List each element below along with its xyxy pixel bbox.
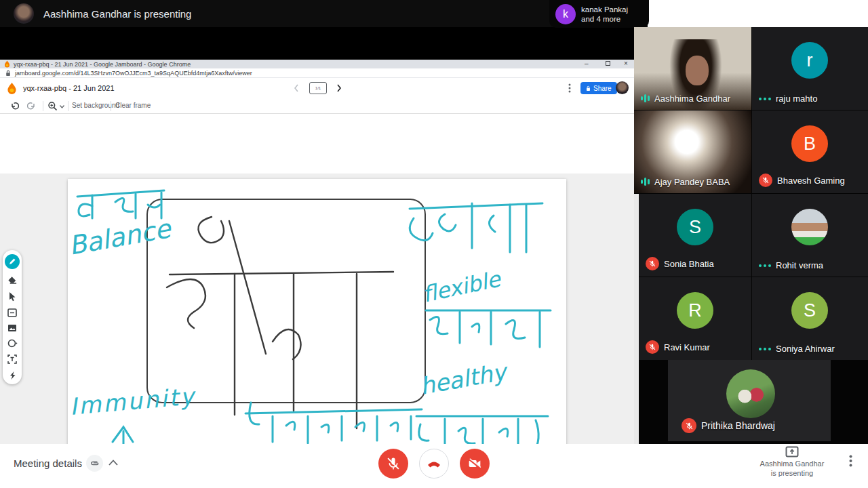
redo-icon[interactable] — [27, 102, 37, 110]
avatar-photo — [791, 209, 828, 245]
window-close-button[interactable]: × — [624, 60, 628, 67]
more-options-icon — [759, 264, 771, 267]
frame-bar-button[interactable]: 1/1 — [309, 82, 327, 94]
whiteboard-ink: Balance flexible healthy Immunity — [68, 179, 566, 458]
participant-tile-aashhima-gandhar[interactable]: Aashhima Gandhar — [634, 27, 751, 110]
attachment-chip[interactable] — [86, 455, 103, 472]
avatar-initial: S — [791, 292, 828, 329]
browser-url-bar[interactable]: jamboard.google.com/d/14L3SHzvn7OwOJJEcm… — [0, 68, 634, 78]
avatar-initial: r — [791, 42, 828, 79]
jamboard-toolbar: Set background Clear frame — [0, 98, 634, 114]
meet-bottom-bar: Meeting details Aashhima Gandhar — [0, 444, 868, 488]
pill-line1: kanak Pankaj — [581, 5, 628, 14]
undo-icon[interactable] — [9, 102, 19, 110]
participant-tile-prithika-bhardwaj[interactable]: Prithika Bhardwaj — [668, 360, 831, 441]
participant-name: raju mahto — [776, 94, 817, 104]
camera-off-button[interactable] — [460, 449, 490, 479]
frame-indicator: 1/1 — [315, 86, 321, 90]
pen-tool-button[interactable] — [5, 254, 20, 269]
browser-title-bar: yqx-rxaa-pbq - 21 Jun 2021 - Google Jamb… — [0, 60, 634, 68]
jamboard-tool-palette — [3, 250, 22, 384]
participant-tile-ravi-kumar[interactable]: R Ravi Kumar — [639, 277, 751, 360]
hang-up-icon — [427, 460, 441, 468]
participants-sidebar: Aashhima Gandhar r raju mahto Ajay Pande… — [634, 27, 868, 444]
sticky-note-icon[interactable] — [7, 308, 17, 317]
mic-off-icon — [682, 418, 696, 433]
camera-off-icon — [468, 458, 481, 469]
ink-hindi-taaqatvar — [245, 403, 422, 443]
ink-hindi-lacheela — [410, 203, 542, 252]
meet-toolbar: 16 14:58 You — [648, 0, 868, 27]
participant-tile-soniya-ahirwar[interactable]: S Soniya Ahirwar — [752, 277, 868, 360]
more-options-icon — [759, 98, 771, 100]
avatar-photo — [726, 369, 775, 418]
jamboard-favicon — [4, 60, 10, 68]
pill-avatar: k — [555, 4, 576, 24]
share-lock-icon — [586, 85, 591, 92]
avatar-initial: R — [677, 292, 713, 329]
pen-icon — [8, 258, 16, 266]
set-background-button[interactable]: Set background — [72, 102, 119, 109]
window-minimize-button[interactable]: – — [585, 60, 589, 67]
participant-name: Soniya Ahirwar — [776, 344, 835, 354]
presenter-avatar — [14, 3, 34, 24]
clear-frame-button[interactable]: Clear frame — [115, 102, 151, 109]
participant-name: Ravi Kumar — [664, 342, 710, 352]
participant-name: Rohit verma — [776, 260, 823, 270]
laser-pointer-icon[interactable] — [8, 371, 16, 380]
presenting-status-name: Aashhima Gandhar — [745, 459, 840, 468]
avatar-initial: S — [677, 209, 713, 245]
share-button[interactable]: Share — [580, 82, 617, 94]
shape-circle-icon[interactable] — [7, 339, 18, 348]
ink-hindi-yoga — [167, 217, 393, 428]
browser-window-title: yqx-rxaa-pbq - 21 Jun 2021 - Google Jamb… — [14, 61, 191, 68]
meeting-details-button[interactable]: Meeting details — [14, 458, 82, 469]
jam-more-menu-icon[interactable] — [568, 83, 571, 93]
audio-activity-icon — [641, 93, 650, 104]
next-frame-chevron-icon[interactable] — [336, 84, 342, 92]
paperclip-icon — [90, 460, 100, 466]
jam-title[interactable]: yqx-rxaa-pbq - 21 Jun 2021 — [23, 84, 115, 92]
select-arrow-icon[interactable] — [8, 291, 16, 302]
participant-name: Prithika Bhardwaj — [701, 420, 775, 431]
jamboard-header: yqx-rxaa-pbq - 21 Jun 2021 1/1 Share — [0, 78, 634, 98]
pill-line2: and 4 more — [581, 14, 628, 24]
pinned-participants-pill[interactable]: k kanak Pankaj and 4 more — [549, 0, 649, 28]
mic-off-button[interactable] — [378, 449, 408, 479]
mic-off-icon — [387, 457, 400, 470]
window-restore-button[interactable] — [606, 61, 610, 66]
mic-off-icon — [759, 174, 772, 187]
participant-tile-sonia-bhatia[interactable]: S Sonia Bhatia — [639, 194, 751, 277]
more-options-menu-icon[interactable] — [849, 455, 852, 467]
participant-tile-ajay-pandey[interactable]: Ajay Pandey BABA — [634, 110, 751, 193]
shared-screen-window: yqx-rxaa-pbq - 21 Jun 2021 - Google Jamb… — [0, 60, 634, 403]
hang-up-button[interactable] — [419, 449, 449, 479]
eraser-icon[interactable] — [7, 276, 18, 285]
zoom-icon[interactable] — [47, 101, 58, 111]
presenter-banner: Aashhima Gandhar is presenting — [43, 8, 191, 20]
participant-tile-rohit-verma[interactable]: Rohit verma — [752, 194, 868, 277]
image-icon[interactable] — [7, 324, 17, 332]
prev-frame-chevron-icon[interactable] — [294, 84, 299, 92]
presenting-icon — [785, 446, 799, 458]
participant-tile-bhavesh-gaming[interactable]: B Bhavesh Gaming — [752, 110, 868, 193]
participant-name: Bhavesh Gaming — [777, 176, 845, 186]
chevron-up-icon[interactable] — [108, 460, 118, 466]
presenting-status-text: is presenting — [745, 468, 840, 478]
jamboard-canvas-area: Balance flexible healthy Immunity — [0, 174, 634, 463]
ink-hindi-swasth — [426, 310, 551, 347]
participant-tile-raju-mahto[interactable]: r raju mahto — [752, 27, 868, 110]
ink-word-balance: Balance — [68, 214, 174, 261]
ink-word-flexible: flexible — [420, 266, 505, 308]
account-avatar[interactable] — [616, 81, 629, 94]
zoom-dropdown-caret-icon[interactable] — [60, 105, 64, 108]
ink-word-immunity: Immunity — [68, 382, 197, 420]
lock-icon — [5, 70, 11, 77]
text-box-icon[interactable] — [7, 354, 17, 364]
participant-name: Aashhima Gandhar — [654, 94, 730, 104]
participant-name: Ajay Pandey BABA — [654, 177, 730, 187]
ink-center-rect — [147, 199, 425, 403]
jamboard-logo — [7, 82, 17, 95]
ink-word-healthy: healthy — [418, 358, 511, 400]
avatar-initial: B — [791, 125, 828, 162]
